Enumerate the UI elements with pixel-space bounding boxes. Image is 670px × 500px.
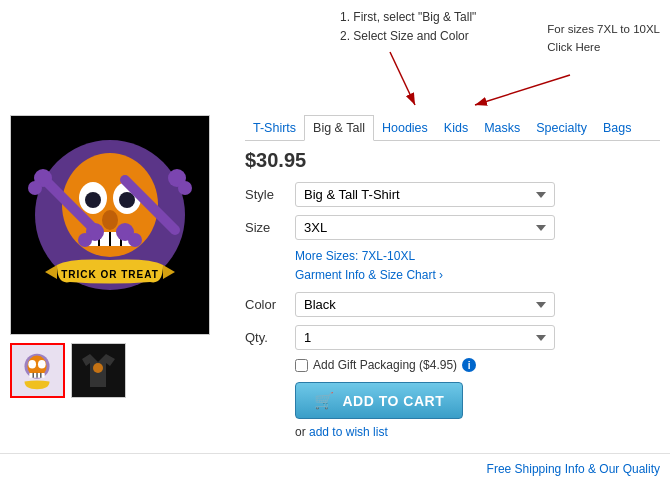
style-row: Style Big & Tall T-Shirt Big & Tall Long…	[245, 182, 660, 207]
size-select[interactable]: 3XL 4XL 5XL 6XL	[295, 215, 555, 240]
page: 1. First, select "Big & Tall" 2. Select …	[0, 0, 670, 484]
cart-icon: 🛒	[314, 391, 335, 410]
product-details: T-Shirts Big & Tall Hoodies Kids Masks S…	[230, 115, 660, 447]
nav-tabs: T-Shirts Big & Tall Hoodies Kids Masks S…	[245, 115, 660, 141]
main-content: TRICK OR TREAT	[0, 115, 670, 447]
more-sizes-link[interactable]: More Sizes: 7XL-10XL	[295, 249, 415, 263]
step1-text: 1. First, select "Big & Tall"	[340, 8, 476, 27]
thumbnails	[10, 343, 230, 398]
wish-list-prefix: or	[295, 425, 309, 439]
tab-bags[interactable]: Bags	[595, 116, 640, 140]
product-artwork: TRICK OR TREAT	[15, 120, 205, 330]
annotation-arrows	[0, 0, 670, 115]
svg-point-20	[178, 181, 192, 195]
tab-big-tall[interactable]: Big & Tall	[304, 115, 374, 141]
qty-row: Qty. 1 2 3 4 5	[245, 325, 660, 350]
qty-select[interactable]: 1 2 3 4 5	[295, 325, 555, 350]
annotation-steps: 1. First, select "Big & Tall" 2. Select …	[340, 8, 476, 46]
add-to-cart-label: ADD TO CART	[343, 393, 445, 409]
svg-text:TRICK OR TREAT: TRICK OR TREAT	[61, 269, 159, 280]
size-row: Size 3XL 4XL 5XL 6XL	[245, 215, 660, 240]
tab-specialty[interactable]: Specialty	[528, 116, 595, 140]
svg-point-10	[102, 210, 118, 230]
svg-point-29	[28, 360, 36, 369]
svg-point-36	[93, 363, 103, 373]
qty-label: Qty.	[245, 330, 295, 345]
color-label: Color	[245, 297, 295, 312]
add-to-cart-button[interactable]: 🛒 ADD TO CART	[295, 382, 463, 419]
thumbnail-1[interactable]	[10, 343, 65, 398]
gift-packaging-label[interactable]: Add Gift Packaging ($4.95)	[313, 358, 457, 372]
svg-point-24	[128, 233, 142, 247]
tab-hoodies[interactable]: Hoodies	[374, 116, 436, 140]
gift-packaging-row: Add Gift Packaging ($4.95) i	[295, 358, 660, 372]
size-label: Size	[245, 220, 295, 235]
style-select[interactable]: Big & Tall T-Shirt Big & Tall Long Sleev…	[295, 182, 555, 207]
svg-point-22	[78, 233, 92, 247]
step2-text: 2. Select Size and Color	[340, 27, 476, 46]
more-sizes-row: More Sizes: 7XL-10XL	[295, 248, 660, 263]
wish-list-link[interactable]: add to wish list	[309, 425, 388, 439]
sizes-note-text: For sizes 7XL to 10XL	[547, 20, 660, 38]
main-product-image: TRICK OR TREAT	[10, 115, 210, 335]
product-images: TRICK OR TREAT	[10, 115, 230, 447]
svg-point-8	[85, 192, 101, 208]
garment-info-row: Garment Info & Size Chart ›	[295, 267, 660, 282]
tab-kids[interactable]: Kids	[436, 116, 476, 140]
tab-masks[interactable]: Masks	[476, 116, 528, 140]
color-select[interactable]: Black Navy White	[295, 292, 555, 317]
svg-line-2	[475, 75, 570, 105]
thumbnail-2[interactable]	[71, 343, 126, 398]
svg-point-30	[38, 360, 46, 369]
annotation-area: 1. First, select "Big & Tall" 2. Select …	[0, 0, 670, 115]
free-shipping-link[interactable]: Free Shipping Info & Our Quality	[487, 462, 660, 476]
bottom-bar: Free Shipping Info & Our Quality	[0, 453, 670, 484]
annotation-sizes: For sizes 7XL to 10XL Click Here	[547, 20, 660, 57]
product-price: $30.95	[245, 149, 660, 172]
svg-line-1	[390, 52, 415, 105]
gift-info-icon[interactable]: i	[462, 358, 476, 372]
tab-tshirts[interactable]: T-Shirts	[245, 116, 304, 140]
gift-packaging-checkbox[interactable]	[295, 359, 308, 372]
add-to-cart-row: 🛒 ADD TO CART	[295, 382, 660, 419]
svg-point-18	[28, 181, 42, 195]
wish-list-row: or add to wish list	[295, 425, 660, 439]
sizes-click-text: Click Here	[547, 38, 660, 56]
style-label: Style	[245, 187, 295, 202]
color-row: Color Black Navy White	[245, 292, 660, 317]
garment-info-link[interactable]: Garment Info & Size Chart ›	[295, 268, 443, 282]
